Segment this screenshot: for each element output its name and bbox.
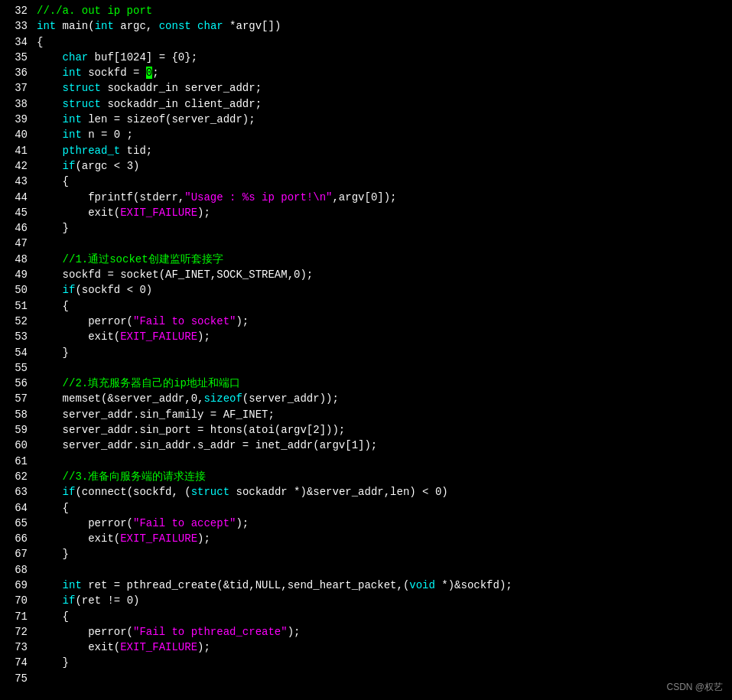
line-content: exit(EXIT_FAILURE); [37, 531, 210, 546]
code-line: 34{ [0, 34, 732, 50]
code-line: 32//./a. out ip port [0, 3, 732, 18]
code-line: 40 int n = 0 ; [0, 127, 732, 142]
code-line: 52 perror("Fail to socket"); [0, 314, 732, 329]
line-content: if(connect(sockfd, (struct sockaddr *)&s… [37, 484, 448, 500]
code-editor: 32//./a. out ip port33int main(int argc,… [0, 0, 732, 700]
code-line: 54 } [0, 345, 732, 360]
line-content: } [37, 546, 69, 562]
line-content: //1.通过socket创建监听套接字 [37, 252, 223, 267]
line-content: { [37, 174, 69, 189]
line-content: } [37, 220, 69, 236]
line-content: sockfd = socket(AF_INET,SOCK_STREAM,0); [37, 267, 313, 282]
line-number: 64 [3, 500, 28, 516]
line-content: struct sockaddr_in client_addr; [37, 96, 262, 112]
code-line: 50 if(sockfd < 0) [0, 282, 732, 298]
line-number: 67 [3, 546, 28, 562]
code-line: 63 if(connect(sockfd, (struct sockaddr *… [0, 484, 732, 500]
line-content: int sockfd = 0; [37, 65, 159, 80]
code-line: 61 [0, 454, 732, 469]
line-content: } [37, 345, 69, 360]
code-line: 66 exit(EXIT_FAILURE); [0, 531, 732, 546]
line-number: 47 [3, 236, 28, 251]
line-content: { [37, 609, 69, 624]
line-number: 53 [3, 329, 28, 344]
code-line: 71 { [0, 609, 732, 624]
line-content: struct sockaddr_in server_addr; [37, 80, 262, 96]
line-number: 63 [3, 484, 28, 500]
line-content: int n = 0 ; [37, 127, 133, 142]
line-content: exit(EXIT_FAILURE); [37, 205, 210, 220]
line-number: 46 [3, 220, 28, 236]
line-content: { [37, 34, 43, 50]
line-number: 40 [3, 127, 28, 142]
code-line: 68 [0, 562, 732, 578]
line-content: if(argc < 3) [37, 158, 139, 174]
line-number: 72 [3, 624, 28, 640]
line-number: 36 [3, 65, 28, 80]
line-number: 68 [3, 562, 28, 578]
line-number: 52 [3, 314, 28, 329]
line-number: 60 [3, 438, 28, 453]
line-content: memset(&server_addr,0,sizeof(server_addr… [37, 391, 339, 406]
code-line: 60 server_addr.sin_addr.s_addr = inet_ad… [0, 438, 732, 453]
line-number: 41 [3, 143, 28, 158]
line-content: perror("Fail to socket"); [37, 314, 249, 329]
line-number: 73 [3, 640, 28, 655]
line-content: int ret = pthread_create(&tid,NULL,send_… [37, 578, 512, 593]
line-number: 49 [3, 267, 28, 282]
line-content: //3.准备向服务端的请求连接 [37, 469, 206, 484]
line-content: fprintf(stderr,"Usage : %s ip port!\n",a… [37, 190, 396, 205]
code-line: 69 int ret = pthread_create(&tid,NULL,se… [0, 578, 732, 593]
line-number: 59 [3, 422, 28, 438]
code-line: 41 pthread_t tid; [0, 143, 732, 158]
line-content: server_addr.sin_addr.s_addr = inet_addr(… [37, 438, 377, 453]
code-line: 58 server_addr.sin_family = AF_INET; [0, 407, 732, 422]
line-number: 43 [3, 174, 28, 189]
line-content: perror("Fail to pthread_create"); [37, 624, 300, 640]
line-number: 65 [3, 516, 28, 531]
line-content: //2.填充服务器自己的ip地址和端口 [37, 376, 240, 391]
line-content: } [37, 655, 69, 670]
line-number: 48 [3, 252, 28, 267]
line-number: 35 [3, 50, 28, 65]
line-number: 37 [3, 80, 28, 96]
code-line: 42 if(argc < 3) [0, 158, 732, 174]
line-number: 66 [3, 531, 28, 546]
line-number: 62 [3, 469, 28, 484]
line-number: 45 [3, 205, 28, 220]
code-line: 44 fprintf(stderr,"Usage : %s ip port!\n… [0, 190, 732, 205]
line-content: server_addr.sin_port = htons(atoi(argv[2… [37, 422, 345, 438]
code-line: 38 struct sockaddr_in client_addr; [0, 96, 732, 112]
line-number: 61 [3, 454, 28, 469]
code-line: 75 [0, 671, 732, 686]
code-line: 51 { [0, 298, 732, 314]
line-number: 34 [3, 34, 28, 50]
line-number: 71 [3, 609, 28, 624]
code-line: 53 exit(EXIT_FAILURE); [0, 329, 732, 344]
line-number: 69 [3, 578, 28, 593]
code-line: 56 //2.填充服务器自己的ip地址和端口 [0, 376, 732, 391]
line-content: int main(int argc, const char *argv[]) [37, 18, 281, 34]
code-line: 43 { [0, 174, 732, 189]
line-content: pthread_t tid; [37, 143, 152, 158]
code-line: 64 { [0, 500, 732, 516]
code-line: 62 //3.准备向服务端的请求连接 [0, 469, 732, 484]
line-number: 42 [3, 158, 28, 174]
line-number: 58 [3, 407, 28, 422]
line-content: //./a. out ip port [37, 3, 152, 18]
line-number: 56 [3, 376, 28, 391]
line-content: int len = sizeof(server_addr); [37, 112, 255, 127]
code-line: 48 //1.通过socket创建监听套接字 [0, 252, 732, 267]
code-line: 49 sockfd = socket(AF_INET,SOCK_STREAM,0… [0, 267, 732, 282]
code-line: 72 perror("Fail to pthread_create"); [0, 624, 732, 640]
line-content: perror("Fail to accept"); [37, 516, 249, 531]
line-content: server_addr.sin_family = AF_INET; [37, 407, 275, 422]
code-line: 45 exit(EXIT_FAILURE); [0, 205, 732, 220]
code-line: 74 } [0, 655, 732, 670]
line-number: 75 [3, 671, 28, 686]
code-line: 67 } [0, 546, 732, 562]
line-number: 38 [3, 96, 28, 112]
code-line: 46 } [0, 220, 732, 236]
code-line: 70 if(ret != 0) [0, 593, 732, 608]
line-content: { [37, 500, 69, 516]
